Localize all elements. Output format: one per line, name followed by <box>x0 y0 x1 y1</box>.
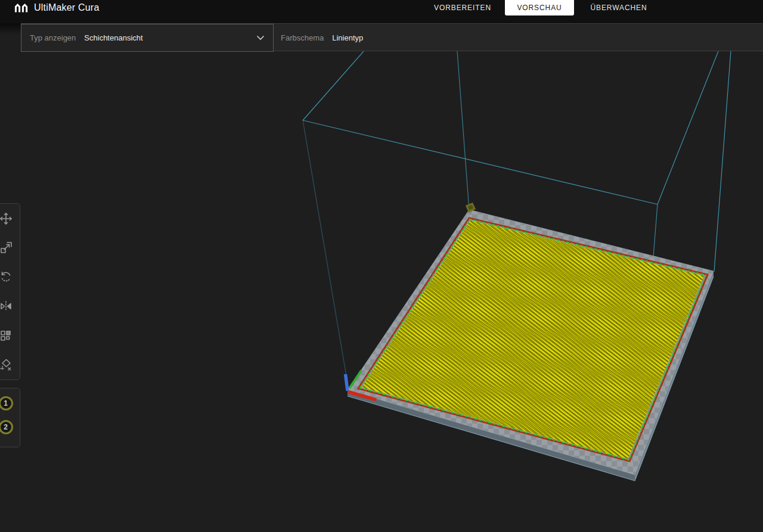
per-model-settings-button[interactable] <box>0 321 20 350</box>
tab-vorschau[interactable]: VORSCHAU <box>505 0 574 15</box>
viewport-3d[interactable] <box>0 51 763 532</box>
scale-tool-button[interactable] <box>0 233 20 262</box>
extruder-2-button[interactable]: 2 <box>0 420 13 434</box>
mirror-tool-button[interactable] <box>0 291 20 321</box>
color-scheme-value: Linientyp <box>332 33 363 42</box>
app-brand: UltiMaker Cura <box>14 2 100 13</box>
stage-tabs: VORBEREITEN VORSCHAU ÜBERWACHEN <box>420 0 663 15</box>
app-title: UltiMaker Cura <box>34 2 100 13</box>
view-type-value: Schichtenansicht <box>84 33 142 42</box>
scene-canvas <box>0 51 763 532</box>
support-blocker-button[interactable] <box>0 350 20 379</box>
scale-icon <box>0 241 13 254</box>
support-blocker-icon <box>0 358 13 371</box>
color-scheme-label: Farbschema <box>281 33 324 42</box>
per-model-settings-icon <box>0 329 13 342</box>
move-tool-button[interactable] <box>0 204 20 233</box>
extruder-panel: 1 2 <box>0 388 20 447</box>
axis-z <box>346 374 348 391</box>
rotate-tool-button[interactable] <box>0 262 20 291</box>
transform-tool-panel <box>0 203 20 380</box>
view-type-label: Typ anzeigen <box>30 33 76 42</box>
app-header: UltiMaker Cura VORBEREITEN VORSCHAU ÜBER… <box>0 0 763 23</box>
view-type-dropdown[interactable]: Typ anzeigen Schichtenansicht <box>21 24 274 52</box>
ultimaker-logo-icon <box>14 2 29 13</box>
color-scheme-control[interactable]: Farbschema Linientyp <box>281 24 363 52</box>
tab-ueberwachen[interactable]: ÜBERWACHEN <box>574 0 663 15</box>
tab-vorbereiten[interactable]: VORBEREITEN <box>420 0 505 15</box>
extruder-1-button[interactable]: 1 <box>0 396 13 410</box>
rotate-icon <box>0 270 13 284</box>
view-options-bar: Typ anzeigen Schichtenansicht Farbschema… <box>21 23 763 51</box>
chevron-down-icon <box>256 35 265 41</box>
mirror-icon <box>0 300 13 313</box>
move-icon <box>0 212 13 225</box>
